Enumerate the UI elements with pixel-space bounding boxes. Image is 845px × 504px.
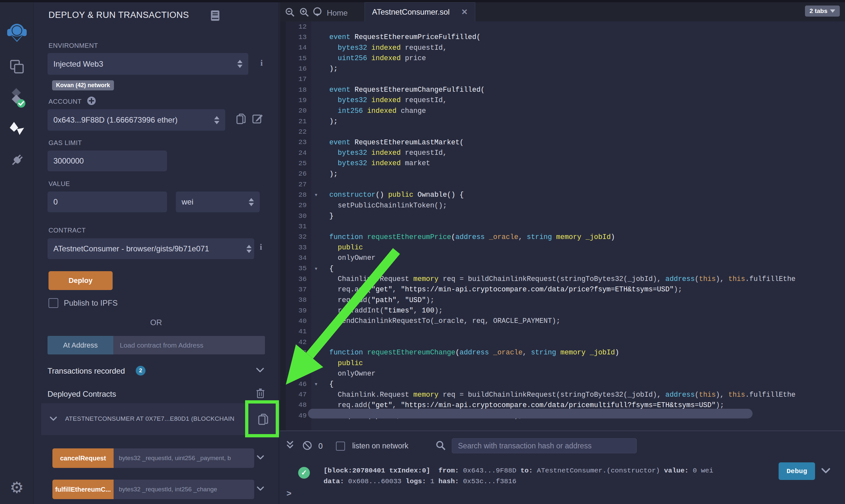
value-field[interactable] bbox=[48, 192, 167, 212]
debug-button[interactable]: Debug bbox=[779, 462, 815, 480]
tabs-dropdown-icon bbox=[830, 10, 835, 13]
code-editor[interactable]: 1213 event RequestEthereumPriceFulfilled… bbox=[280, 21, 845, 431]
code-line[interactable]: 34 onlyOwner bbox=[280, 253, 845, 263]
tx-success-icon: ✓ bbox=[298, 467, 310, 479]
contract-info-icon[interactable]: i bbox=[260, 242, 262, 252]
tab-home[interactable]: Home bbox=[312, 4, 348, 21]
cancel-request-button[interactable]: cancelRequest bbox=[52, 448, 114, 468]
terminal-search-input[interactable] bbox=[452, 438, 637, 453]
zoom-in-icon[interactable] bbox=[299, 7, 309, 17]
code-line[interactable]: 36 Chainlink.Request memory req = buildC… bbox=[280, 274, 845, 284]
code-line[interactable]: 12 bbox=[280, 21, 845, 32]
settings-gear-icon[interactable]: ⚙ bbox=[0, 478, 34, 497]
code-line[interactable]: 30 } bbox=[280, 211, 845, 221]
clear-deployed-trash-icon[interactable] bbox=[256, 388, 265, 398]
documentation-book-icon[interactable] bbox=[211, 10, 220, 21]
code-line[interactable]: 29 setPublicChainlinkToken(); bbox=[280, 200, 845, 211]
network-badge: Kovan (42) network bbox=[52, 80, 114, 90]
code-line[interactable]: 41 } bbox=[280, 326, 845, 337]
code-line[interactable]: 42 bbox=[280, 337, 845, 347]
remix-logo-icon[interactable] bbox=[0, 18, 34, 47]
cancel-request-args[interactable]: bytes32 _requestId, uint256 _payment, b bbox=[114, 448, 254, 468]
file-explorer-icon[interactable] bbox=[0, 57, 34, 76]
window-top-strip bbox=[0, 0, 845, 2]
select-arrows-icon bbox=[246, 245, 252, 253]
code-lines: 1213 event RequestEthereumPriceFulfilled… bbox=[280, 21, 845, 421]
contract-select[interactable]: ATestnetConsumer - browser/gists/9b71e07… bbox=[48, 238, 254, 259]
select-arrows-icon bbox=[249, 198, 254, 206]
at-address-button[interactable]: At Address bbox=[48, 336, 113, 355]
code-line[interactable]: 45 onlyOwner bbox=[280, 368, 845, 379]
add-account-icon[interactable] bbox=[87, 96, 96, 105]
solidity-compiler-icon[interactable] bbox=[0, 88, 34, 109]
code-line[interactable]: 14 bytes32 indexed requestId, bbox=[280, 42, 845, 53]
terminal-collapse-icon[interactable] bbox=[286, 440, 294, 451]
transactions-chevron-icon[interactable] bbox=[256, 367, 264, 373]
horizontal-scrollbar[interactable] bbox=[308, 409, 753, 418]
code-line[interactable]: 17 bbox=[280, 74, 845, 85]
log-line-1[interactable]: [block:20780401 txIndex:0] from: 0x643..… bbox=[324, 467, 713, 474]
code-line[interactable]: 24 bytes32 indexed requestId, bbox=[280, 148, 845, 158]
log-expand-chevron-icon[interactable] bbox=[821, 468, 831, 475]
select-arrows-icon bbox=[237, 60, 242, 68]
fulfill-ethereum-expand-icon[interactable] bbox=[257, 486, 264, 491]
fulfill-ethereum-args[interactable]: bytes32 _requestId, int256 _change bbox=[114, 480, 254, 499]
value-unit-select[interactable]: wei bbox=[176, 192, 260, 212]
code-line[interactable]: 44 public bbox=[280, 358, 845, 368]
contract-expand-chevron-icon[interactable] bbox=[50, 416, 57, 421]
code-line[interactable]: 46▾ { bbox=[280, 379, 845, 389]
log-line-2[interactable]: data: 0x608...60033 logs: 1 hash: 0x53c.… bbox=[324, 478, 516, 485]
account-select[interactable]: 0x643...9F88D (1.666673996 ether) bbox=[48, 109, 225, 131]
select-arrows-icon bbox=[214, 116, 219, 124]
at-address-input[interactable] bbox=[113, 336, 265, 355]
tab-active-file[interactable]: ATestnetConsumer.sol ✕ bbox=[365, 2, 475, 21]
transactions-count-badge: 2 bbox=[136, 366, 145, 376]
code-line[interactable]: 40 sendChainlinkRequestTo(_oracle, req, … bbox=[280, 316, 845, 326]
code-line[interactable]: 43 function requestEthereumChange(addres… bbox=[280, 347, 845, 358]
code-line[interactable]: 28▾ constructor() public Ownable() { bbox=[280, 190, 845, 200]
editor-pane: Home ATestnetConsumer.sol ✕ 2 tabs 1213 … bbox=[280, 0, 845, 504]
fulfill-ethereum-button[interactable]: fulfillEthereumC... bbox=[52, 480, 114, 499]
code-line[interactable]: 47 Chainlink.Request memory req = buildC… bbox=[280, 389, 845, 400]
gas-limit-input[interactable] bbox=[53, 157, 161, 165]
tabs-count-button[interactable]: 2 tabs bbox=[805, 5, 840, 17]
copy-contract-address-icon[interactable] bbox=[258, 413, 269, 425]
code-line[interactable]: 18 event RequestEthereumChangeFulfilled( bbox=[280, 85, 845, 95]
deployed-contract-card[interactable]: ATESTNETCONSUMER AT 0X7E7...E80D1 (BLOCK… bbox=[41, 403, 280, 435]
code-line[interactable]: 23 event RequestEthereumLastMarket( bbox=[280, 137, 845, 148]
code-line[interactable]: 32 function requestEthereumPrice(address… bbox=[280, 232, 845, 242]
code-line[interactable]: 31 bbox=[280, 221, 845, 232]
environment-info-icon[interactable]: i bbox=[260, 58, 263, 68]
publish-ipfs-checkbox[interactable] bbox=[49, 298, 58, 308]
environment-select[interactable]: Injected Web3 bbox=[48, 53, 248, 75]
cancel-request-expand-icon[interactable] bbox=[257, 455, 264, 460]
code-line[interactable]: 37 req.add("get", "https://min-api.crypt… bbox=[280, 284, 845, 294]
copy-account-icon[interactable] bbox=[236, 113, 246, 125]
code-line[interactable]: 26 ); bbox=[280, 169, 845, 179]
code-line[interactable]: 16 ); bbox=[280, 64, 845, 74]
deploy-and-run-icon[interactable] bbox=[0, 119, 34, 139]
tab-home-label: Home bbox=[327, 8, 348, 18]
value-input[interactable] bbox=[53, 197, 161, 206]
code-line[interactable]: 21 ); bbox=[280, 116, 845, 126]
plugin-manager-icon[interactable] bbox=[0, 150, 34, 170]
zoom-out-icon[interactable] bbox=[285, 7, 295, 17]
code-line[interactable]: 20 int256 indexed change bbox=[280, 106, 845, 116]
gas-limit-field[interactable] bbox=[48, 150, 167, 172]
code-line[interactable]: 27 bbox=[280, 179, 845, 190]
code-line[interactable]: 19 bytes32 indexed requestId, bbox=[280, 95, 845, 105]
code-line[interactable]: 35▾ { bbox=[280, 264, 845, 274]
deploy-button[interactable]: Deploy bbox=[49, 271, 113, 290]
code-line[interactable]: 39 req.addInt("times", 100); bbox=[280, 305, 845, 316]
listen-network-checkbox[interactable] bbox=[336, 442, 345, 451]
terminal-prompt[interactable]: > bbox=[287, 489, 292, 499]
terminal-clear-icon[interactable] bbox=[302, 440, 312, 452]
code-line[interactable]: 15 uint256 indexed price bbox=[280, 53, 845, 64]
code-line[interactable]: 22 bbox=[280, 126, 845, 137]
code-line[interactable]: 13 event RequestEthereumPriceFulfilled( bbox=[280, 32, 845, 42]
code-line[interactable]: 25 bytes32 indexed market bbox=[280, 158, 845, 168]
code-line[interactable]: 38 req.add("path", "USD"); bbox=[280, 295, 845, 305]
sign-message-icon[interactable] bbox=[252, 113, 263, 124]
code-line[interactable]: 33 public bbox=[280, 242, 845, 253]
close-tab-icon[interactable]: ✕ bbox=[461, 7, 468, 17]
